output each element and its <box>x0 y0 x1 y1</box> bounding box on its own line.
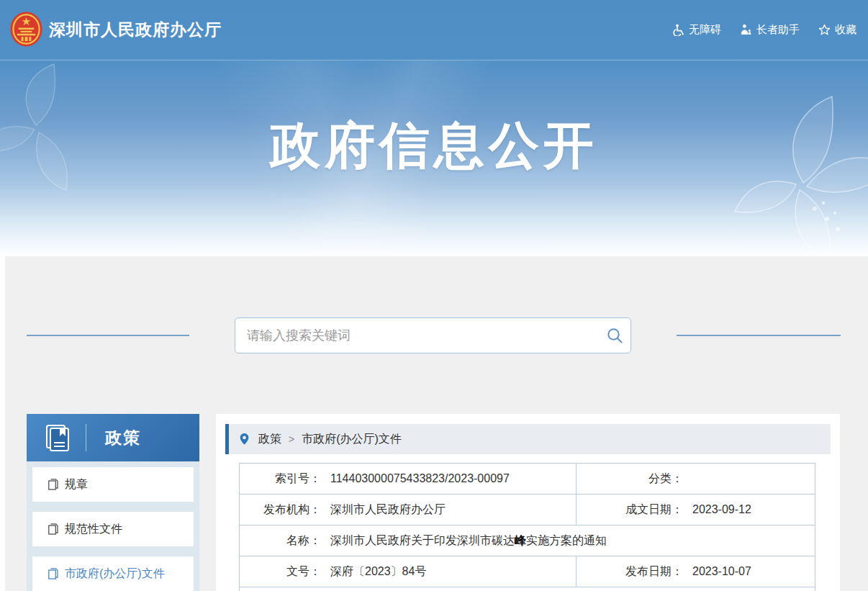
favorite-label: 收藏 <box>835 23 856 37</box>
sidebar-item-label: 规章 <box>65 477 88 492</box>
index-cell: 索引号： 114403000075433823/2023-00097 <box>240 464 576 494</box>
sidebar-item-regulations[interactable]: 规章 <box>32 467 194 502</box>
sidebar-header-divider <box>86 424 86 451</box>
elder-assistant-label: 长者助手 <box>756 23 800 37</box>
site-title: 深圳市人民政府办公厅 <box>49 0 222 60</box>
document-icon <box>48 568 58 579</box>
publish-date-label: 发布日期： <box>577 564 683 579</box>
top-utility-links: 无障碍 长者助手 收藏 <box>672 0 856 60</box>
publisher-label: 发布机构： <box>240 502 321 518</box>
written-date-label: 成文日期： <box>577 502 683 518</box>
doc-number-cell: 文号： 深府〔2023〕84号 <box>240 556 576 587</box>
table-row-partial <box>240 587 815 591</box>
table-row-index: 索引号： 114403000075433823/2023-00097 分类： <box>240 464 815 495</box>
breadcrumb-separator: > <box>289 433 294 445</box>
doc-number-label: 文号： <box>240 564 321 579</box>
name-label: 名称： <box>240 533 321 549</box>
table-row-name: 名称： 深圳市人民政府关于印发深圳市碳达峰实施方案的通知 <box>240 525 815 556</box>
partial-cell <box>240 587 815 591</box>
sidebar-item-label: 市政府(办公厅)文件 <box>65 567 165 582</box>
page-title: 政府信息公开 <box>0 112 868 180</box>
publish-date-cell: 发布日期： 2023-10-07 <box>576 556 815 587</box>
publisher-cell: 发布机构： 深圳市人民政府办公厅 <box>240 495 576 525</box>
top-header-bar: 深圳市人民政府办公厅 无障碍 长者助手 收藏 <box>0 0 868 60</box>
sidebar-item-municipal-documents[interactable]: 市政府(办公厅)文件 <box>32 556 194 591</box>
decorative-line-left <box>27 335 189 336</box>
main-content-panel: 政策 > 市政府(办公厅)文件 索引号： 114403000075433823/… <box>216 414 840 591</box>
category-cell: 分类： <box>576 464 815 494</box>
highlighted-keyword: 峰 <box>515 534 526 546</box>
star-icon <box>818 24 831 36</box>
decorative-line-right <box>677 335 841 336</box>
national-emblem-logo <box>9 11 43 49</box>
book-icon <box>42 423 73 453</box>
search-bar <box>235 317 631 353</box>
page-banner: 政府信息公开 <box>0 60 868 256</box>
favorite-link[interactable]: 收藏 <box>818 23 856 37</box>
sidebar-item-label: 规范性文件 <box>65 522 122 537</box>
search-input[interactable] <box>235 328 599 343</box>
search-icon <box>607 328 623 344</box>
index-label: 索引号： <box>240 472 321 487</box>
publish-date-value: 2023-10-07 <box>692 565 751 578</box>
document-icon <box>48 523 58 535</box>
document-name: 深圳市人民政府关于印发深圳市碳达峰实施方案的通知 <box>330 533 607 549</box>
policy-sidebar: 政策 规章 规范性文件 市政府(办公厅)文件 <box>27 414 199 591</box>
search-button[interactable] <box>599 318 630 353</box>
category-label: 分类： <box>577 472 683 487</box>
sidebar-item-normative-documents[interactable]: 规范性文件 <box>32 512 194 546</box>
location-pin-icon <box>239 432 250 446</box>
document-icon <box>48 479 58 490</box>
elder-assistant-link[interactable]: 长者助手 <box>740 23 800 37</box>
elder-person-icon <box>740 24 752 36</box>
written-date-value: 2023-09-12 <box>692 503 751 516</box>
publisher-value: 深圳市人民政府办公厅 <box>330 502 446 518</box>
wheelchair-icon <box>672 24 684 36</box>
sidebar-header: 政策 <box>27 414 199 461</box>
breadcrumb-current: 市政府(办公厅)文件 <box>302 432 402 447</box>
accessibility-link[interactable]: 无障碍 <box>672 23 721 37</box>
sidebar-title: 政策 <box>105 427 141 449</box>
table-row-publisher: 发布机构： 深圳市人民政府办公厅 成文日期： 2023-09-12 <box>240 495 815 525</box>
index-value: 114403000075433823/2023-00097 <box>330 472 510 485</box>
accessibility-label: 无障碍 <box>689 23 721 37</box>
name-cell: 名称： 深圳市人民政府关于印发深圳市碳达峰实施方案的通知 <box>240 525 815 556</box>
breadcrumb: 政策 > 市政府(办公厅)文件 <box>225 424 831 454</box>
breadcrumb-root[interactable]: 政策 <box>258 432 281 447</box>
written-date-cell: 成文日期： 2023-09-12 <box>576 495 815 525</box>
table-row-number: 文号： 深府〔2023〕84号 发布日期： 2023-10-07 <box>240 556 815 587</box>
document-info-table: 索引号： 114403000075433823/2023-00097 分类： 发… <box>239 463 815 591</box>
doc-number-value: 深府〔2023〕84号 <box>330 564 426 579</box>
